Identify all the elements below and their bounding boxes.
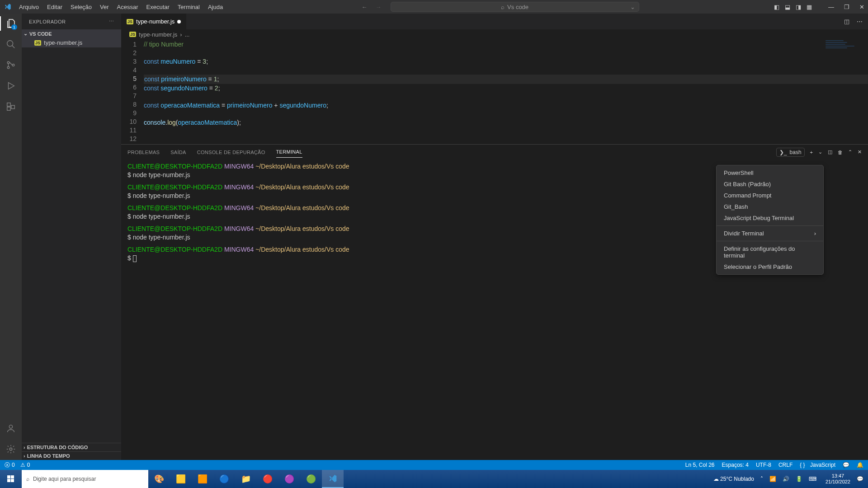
status-encoding[interactable]: UTF-8 (756, 462, 771, 468)
breadcrumb[interactable]: JS type-number.js › ... (121, 29, 868, 39)
activity-explorer-icon[interactable]: 1 (5, 18, 16, 29)
menu-editar[interactable]: Editar (43, 2, 66, 12)
code-editor[interactable]: 123456789101112 // tipo Number const meu… (121, 39, 868, 144)
layout-sidebar-left-icon[interactable]: ◧ (774, 4, 779, 10)
taskbar-app-paint[interactable]: 🎨 (148, 470, 170, 488)
close-panel-icon[interactable]: ✕ (858, 149, 862, 155)
timeline-section[interactable]: › LINHA DO TEMPO (22, 451, 121, 460)
taskbar-app-opera[interactable]: 🔴 (257, 470, 278, 488)
chevron-down-icon[interactable]: ⌄ (630, 4, 635, 10)
outline-section[interactable]: › ESTRUTURA DO CÓDIGO (22, 443, 121, 451)
status-indent[interactable]: Espaços: 4 (722, 462, 749, 468)
menu-item-gitbash[interactable]: Git_Bash (717, 201, 823, 212)
new-terminal-icon[interactable]: + (810, 150, 813, 155)
maximize-icon[interactable]: ❐ (844, 4, 849, 10)
menu-item-cmd[interactable]: Command Prompt (717, 190, 823, 201)
activity-settings-icon[interactable] (5, 444, 16, 455)
taskbar-app-chrome[interactable]: 🔵 (213, 470, 235, 488)
layout-grid-icon[interactable]: ▦ (807, 4, 812, 10)
terminal-profile-badge[interactable]: ❯_bash (776, 148, 805, 157)
taskbar-search[interactable]: ⌕ Digite aqui para pesquisar (22, 470, 148, 488)
status-feedback-icon[interactable]: 💬 (843, 462, 849, 468)
menu-selecao[interactable]: Seleção (67, 2, 95, 12)
search-icon: ⌕ (501, 4, 505, 10)
minimize-icon[interactable]: — (828, 4, 834, 10)
chevron-right-icon: › (24, 445, 25, 450)
status-language[interactable]: { } JavaScript (800, 462, 835, 468)
taskbar-app-store[interactable]: 🟨 (170, 470, 192, 488)
outline-label: ESTRUTURA DO CÓDIGO (27, 445, 88, 450)
js-file-icon: JS (127, 19, 133, 24)
tray-volume-icon[interactable]: 🔊 (783, 476, 789, 482)
tab-problems[interactable]: PROBLEMAS (127, 147, 160, 158)
tray-chevron-icon[interactable]: ˄ (760, 476, 763, 482)
svg-point-0 (7, 41, 13, 47)
activity-run-debug-icon[interactable] (5, 80, 16, 91)
status-eol[interactable]: CRLF (778, 462, 793, 468)
taskbar-app-vscode[interactable] (322, 470, 344, 488)
editor-more-icon[interactable]: ⋯ (857, 18, 863, 25)
menu-ver[interactable]: Ver (96, 2, 113, 12)
tray-battery-icon[interactable]: 🔋 (796, 476, 802, 482)
menu-acessar[interactable]: Acessar (113, 2, 142, 12)
menu-bar: Arquivo Editar Seleção Ver Acessar Execu… (15, 2, 226, 12)
menu-ajuda[interactable]: Ajuda (204, 2, 226, 12)
taskbar-app-explorer[interactable]: 📁 (235, 470, 257, 488)
taskbar-app-office[interactable]: 🟧 (192, 470, 213, 488)
file-item-type-number[interactable]: JS type-number.js (22, 38, 121, 47)
tab-debug-console[interactable]: CONSOLE DE DEPURAÇÃO (197, 147, 265, 158)
menu-item-js-debug[interactable]: JavaScript Debug Terminal (717, 212, 823, 224)
folder-root[interactable]: ⌄ VS CODE (22, 29, 121, 38)
explorer-more-icon[interactable]: ⋯ (109, 19, 114, 24)
timeline-label: LINHA DO TEMPO (27, 453, 70, 459)
split-terminal-icon[interactable]: ◫ (828, 149, 832, 155)
menu-terminal[interactable]: Terminal (174, 2, 203, 12)
weather-widget[interactable]: ☁ 25°C Nublado (713, 476, 754, 482)
tab-type-number[interactable]: JS type-number.js (121, 14, 187, 29)
activity-source-control-icon[interactable] (5, 60, 16, 70)
chevron-right-icon: › (180, 31, 182, 38)
nav-fwd-icon[interactable]: → (376, 4, 382, 10)
maximize-panel-icon[interactable]: ⌃ (848, 149, 852, 155)
menu-item-powershell[interactable]: PowerShell (717, 167, 823, 178)
menu-item-gitbash-default[interactable]: Git Bash (Padrão) (717, 178, 823, 190)
status-cursor-pos[interactable]: Ln 5, Col 26 (685, 462, 715, 468)
menu-item-terminal-settings[interactable]: Definir as configurações do terminal (717, 243, 823, 261)
close-icon[interactable]: ✕ (859, 4, 864, 10)
start-button[interactable] (0, 470, 22, 488)
status-bell-icon[interactable]: 🔔 (857, 462, 863, 468)
code-lines[interactable]: // tipo Number const meuNumero = 3; cons… (144, 40, 868, 144)
status-errors[interactable]: ⓧ0 (5, 461, 15, 469)
activity-account-icon[interactable] (5, 423, 16, 434)
taskbar-app-misc[interactable]: 🟣 (278, 470, 300, 488)
menu-executar[interactable]: Executar (143, 2, 173, 12)
unsaved-dot-icon (177, 20, 181, 23)
activity-search-icon[interactable] (5, 39, 16, 50)
terminal-dropdown-icon[interactable]: ⌄ (818, 149, 822, 155)
minimap[interactable] (826, 40, 862, 58)
svg-rect-12 (11, 479, 14, 482)
status-warnings[interactable]: ⚠0 (20, 462, 30, 468)
menu-item-default-profile[interactable]: Selecionar o Perfil Padrão (717, 261, 823, 272)
panel-tabs: PROBLEMAS SAÍDA CONSOLE DE DEPURAÇÃO TER… (121, 145, 868, 160)
tab-label: type-number.js (136, 18, 175, 25)
code-comment: // tipo Number (144, 41, 184, 48)
menu-item-split-terminal[interactable]: Dividir Terminal› (717, 228, 823, 239)
explorer-badge: 1 (11, 24, 17, 30)
tray-notifications-icon[interactable]: 💬 (857, 476, 863, 482)
layout-panel-icon[interactable]: ⬓ (785, 4, 790, 10)
kill-terminal-icon[interactable]: 🗑 (838, 150, 843, 155)
nav-back-icon[interactable]: ← (362, 4, 368, 10)
tab-output[interactable]: SAÍDA (170, 147, 186, 158)
tray-language-icon[interactable]: ⌨ (809, 476, 816, 482)
command-center-search[interactable]: ⌕ Vs code ⌄ (391, 2, 639, 12)
status-bar: ⓧ0 ⚠0 Ln 5, Col 26 Espaços: 4 UTF-8 CRLF… (0, 460, 868, 470)
activity-extensions-icon[interactable] (5, 101, 16, 112)
menu-arquivo[interactable]: Arquivo (15, 2, 42, 12)
tray-wifi-icon[interactable]: 📶 (769, 476, 776, 482)
split-editor-icon[interactable]: ◫ (844, 18, 849, 25)
layout-sidebar-right-icon[interactable]: ◨ (796, 4, 801, 10)
taskbar-app-xbox[interactable]: 🟢 (300, 470, 322, 488)
tray-clock[interactable]: 13:47 21/10/2022 (826, 473, 850, 485)
tab-terminal[interactable]: TERMINAL (276, 146, 302, 158)
